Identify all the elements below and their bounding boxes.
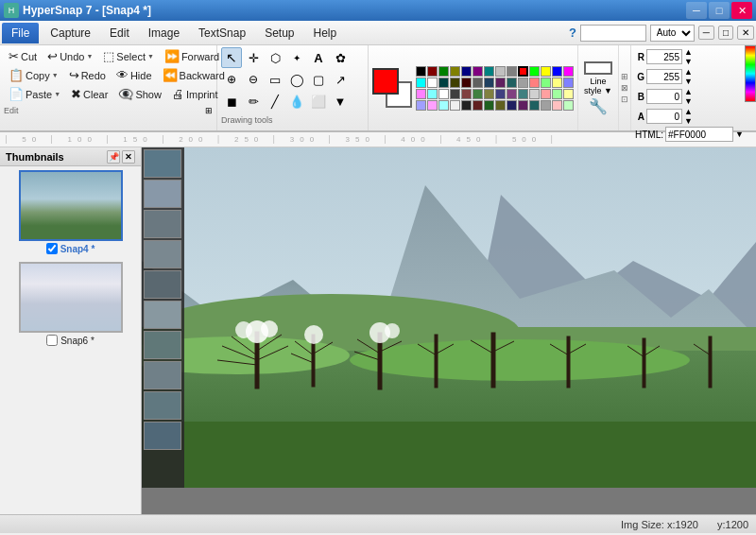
film-item[interactable]	[144, 240, 181, 268]
canvas-area[interactable]	[142, 147, 756, 514]
color-cell-selected[interactable]	[518, 66, 528, 77]
menu-file[interactable]: File	[2, 23, 39, 43]
color-cell[interactable]	[472, 89, 483, 99]
color-cell[interactable]	[472, 100, 483, 111]
stamp-tool[interactable]: ✦	[286, 47, 307, 68]
zoom-out-tool[interactable]: ⊖	[243, 69, 264, 90]
edit-expand-icon[interactable]: ⊞	[205, 106, 213, 115]
fill-tool[interactable]: ◼	[221, 91, 242, 112]
color-cell[interactable]	[563, 89, 574, 99]
color-cell[interactable]	[461, 89, 472, 99]
undo-button[interactable]: ↩ Undo ▼	[43, 47, 97, 65]
color-cell[interactable]	[518, 89, 528, 99]
b-input[interactable]	[646, 89, 682, 104]
thumbnail-snap6[interactable]: Snap6 *	[4, 262, 137, 346]
line-tool[interactable]: ╱	[265, 91, 285, 112]
color-cell[interactable]	[427, 89, 438, 99]
snap-icon3[interactable]: ⊡	[621, 95, 628, 104]
film-item[interactable]	[144, 361, 181, 389]
color-cell[interactable]	[541, 78, 551, 88]
color-cell[interactable]	[563, 100, 574, 111]
menu-setup[interactable]: Setup	[255, 23, 303, 43]
search-box[interactable]	[580, 25, 646, 42]
color-cell[interactable]	[427, 78, 438, 88]
arrow-tool[interactable]: ↗	[330, 69, 351, 90]
lasso-tool[interactable]: ⬡	[265, 47, 285, 68]
color-cell[interactable]	[541, 89, 551, 99]
menu-edit[interactable]: Edit	[100, 23, 139, 43]
rounded-rect-tool[interactable]: ▢	[308, 69, 329, 90]
a-arrow[interactable]: ▲▼	[684, 107, 693, 126]
color-cell[interactable]	[438, 66, 449, 77]
ellipse-tool[interactable]: ◯	[286, 69, 307, 90]
film-item[interactable]	[144, 391, 181, 420]
b-arrow[interactable]: ▲▼	[684, 87, 693, 106]
special-tool[interactable]: ✿	[330, 47, 351, 68]
menu-image[interactable]: Image	[139, 23, 189, 43]
hide-button[interactable]: 👁 Hide	[112, 66, 157, 84]
html-input[interactable]	[665, 127, 733, 142]
color-cell[interactable]	[416, 66, 426, 77]
menu-capture[interactable]: Capture	[41, 23, 100, 43]
thumbnails-close[interactable]: ✕	[122, 150, 135, 164]
pen-tool[interactable]: ✏	[243, 91, 264, 112]
line-style-panel[interactable]: Linestyle ▼ 🔧	[578, 45, 619, 130]
color-cell[interactable]	[518, 100, 528, 111]
color-cell[interactable]	[416, 89, 426, 99]
minimize-button[interactable]: ─	[686, 2, 707, 19]
color-cell[interactable]	[541, 66, 551, 77]
color-cell[interactable]	[427, 100, 438, 111]
color-cell[interactable]	[552, 78, 562, 88]
eraser-tool[interactable]: ⬜	[308, 91, 329, 112]
text-tool[interactable]: A	[308, 47, 329, 68]
film-item[interactable]	[144, 301, 181, 329]
g-input[interactable]	[646, 69, 682, 84]
color-cell[interactable]	[450, 89, 460, 99]
cut-button[interactable]: ✂ Cut	[4, 47, 42, 65]
paste-button[interactable]: 📄 Paste ▼	[4, 85, 65, 103]
film-item[interactable]	[144, 180, 181, 208]
color-cell[interactable]	[450, 100, 460, 111]
color-cell[interactable]	[563, 66, 574, 77]
color-cell[interactable]	[450, 78, 460, 88]
html-arrow[interactable]: ▼	[735, 129, 744, 139]
color-cell[interactable]	[552, 66, 562, 77]
copy-button[interactable]: 📋 Copy ▼	[4, 66, 63, 84]
color-cell[interactable]	[416, 100, 426, 111]
rectangle-tool[interactable]: ▭	[265, 69, 285, 90]
pointer-tool[interactable]: ↖	[221, 47, 242, 68]
color-cell[interactable]	[484, 100, 494, 111]
snap-icon1[interactable]: ⊞	[621, 72, 628, 81]
film-item[interactable]	[144, 210, 181, 238]
color-cell[interactable]	[461, 66, 472, 77]
color-cell[interactable]	[529, 66, 540, 77]
color-cell[interactable]	[484, 78, 494, 88]
forward-button[interactable]: ⏩ Forward	[160, 47, 224, 65]
fill2-tool[interactable]: ▼	[330, 91, 351, 112]
color-cell[interactable]	[541, 100, 551, 111]
select-button[interactable]: ⬚ Select ▼	[98, 47, 159, 65]
color-cell[interactable]	[507, 66, 517, 77]
color-cell[interactable]	[529, 89, 540, 99]
color-cell[interactable]	[495, 78, 506, 88]
window-min-small[interactable]: ─	[698, 26, 714, 40]
color-cell[interactable]	[416, 78, 426, 88]
color-cell[interactable]	[427, 66, 438, 77]
snap-icon2[interactable]: ⊠	[621, 83, 628, 93]
color-cell[interactable]	[438, 89, 449, 99]
zoom-in-tool[interactable]: ⊕	[221, 69, 242, 90]
color-cell[interactable]	[552, 89, 562, 99]
color-cell[interactable]	[461, 78, 472, 88]
thumbnails-pin[interactable]: 📌	[107, 150, 120, 164]
a-input[interactable]	[646, 109, 682, 124]
menu-help[interactable]: Help	[304, 23, 347, 43]
dropper-tool[interactable]: 💧	[286, 91, 307, 112]
color-spectrum[interactable]	[745, 45, 756, 102]
show-button[interactable]: 👁‍🗨 Show	[113, 85, 166, 103]
film-item[interactable]	[144, 270, 181, 299]
thumbnail-snap4[interactable]: Snap4 *	[4, 170, 137, 254]
thumb-check-snap4[interactable]	[46, 243, 58, 254]
color-cell[interactable]	[472, 78, 483, 88]
maximize-button[interactable]: □	[709, 2, 730, 19]
color-cell[interactable]	[438, 78, 449, 88]
